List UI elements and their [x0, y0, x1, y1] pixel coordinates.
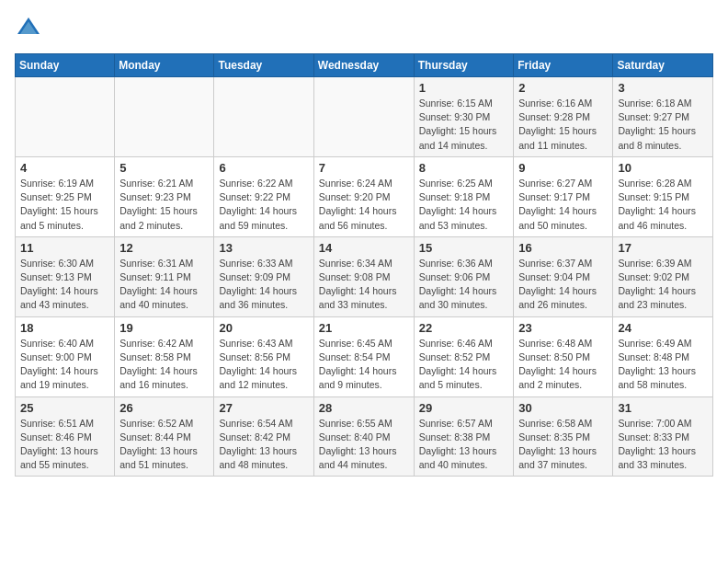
day-number: 20 — [219, 321, 308, 335]
day-info: Sunrise: 6:58 AM Sunset: 8:35 PM Dayligh… — [518, 417, 608, 473]
week-row-1: 1Sunrise: 6:15 AM Sunset: 9:30 PM Daylig… — [16, 77, 713, 157]
day-number: 30 — [518, 401, 608, 415]
day-info: Sunrise: 6:37 AM Sunset: 9:04 PM Dayligh… — [518, 257, 608, 313]
day-number: 25 — [20, 401, 109, 415]
day-info: Sunrise: 6:36 AM Sunset: 9:06 PM Dayligh… — [419, 257, 509, 313]
day-number: 1 — [419, 81, 509, 95]
day-info: Sunrise: 6:27 AM Sunset: 9:17 PM Dayligh… — [518, 177, 608, 233]
day-info: Sunrise: 6:54 AM Sunset: 8:42 PM Dayligh… — [219, 417, 308, 473]
calendar-cell: 17Sunrise: 6:39 AM Sunset: 9:02 PM Dayli… — [613, 236, 713, 316]
day-info: Sunrise: 7:00 AM Sunset: 8:33 PM Dayligh… — [618, 417, 708, 473]
day-info: Sunrise: 6:46 AM Sunset: 8:52 PM Dayligh… — [419, 337, 509, 393]
logo — [15, 15, 46, 42]
calendar-cell: 29Sunrise: 6:57 AM Sunset: 8:38 PM Dayli… — [414, 396, 514, 477]
day-number: 15 — [419, 241, 509, 255]
calendar-cell: 31Sunrise: 7:00 AM Sunset: 8:33 PM Dayli… — [613, 396, 713, 477]
day-info: Sunrise: 6:18 AM Sunset: 9:27 PM Dayligh… — [618, 97, 708, 153]
day-number: 2 — [518, 81, 608, 95]
calendar: SundayMondayTuesdayWednesdayThursdayFrid… — [15, 53, 713, 477]
header-sunday: Sunday — [16, 54, 115, 77]
day-number: 17 — [618, 241, 708, 255]
day-number: 12 — [119, 241, 209, 255]
calendar-cell: 24Sunrise: 6:49 AM Sunset: 8:48 PM Dayli… — [613, 316, 713, 396]
day-number: 24 — [618, 321, 708, 335]
logo-icon — [15, 15, 42, 42]
day-info: Sunrise: 6:42 AM Sunset: 8:58 PM Dayligh… — [119, 337, 209, 393]
day-info: Sunrise: 6:25 AM Sunset: 9:18 PM Dayligh… — [419, 177, 509, 233]
day-number: 8 — [419, 161, 509, 175]
header-tuesday: Tuesday — [214, 54, 313, 77]
calendar-body: 1Sunrise: 6:15 AM Sunset: 9:30 PM Daylig… — [16, 77, 713, 477]
day-info: Sunrise: 6:31 AM Sunset: 9:11 PM Dayligh… — [119, 257, 209, 313]
page-header — [15, 15, 713, 42]
calendar-cell: 2Sunrise: 6:16 AM Sunset: 9:28 PM Daylig… — [514, 77, 613, 157]
day-info: Sunrise: 6:40 AM Sunset: 9:00 PM Dayligh… — [20, 337, 109, 393]
calendar-cell: 7Sunrise: 6:24 AM Sunset: 9:20 PM Daylig… — [313, 156, 414, 236]
day-info: Sunrise: 6:21 AM Sunset: 9:23 PM Dayligh… — [119, 177, 209, 233]
calendar-cell: 15Sunrise: 6:36 AM Sunset: 9:06 PM Dayli… — [414, 236, 514, 316]
calendar-cell: 1Sunrise: 6:15 AM Sunset: 9:30 PM Daylig… — [414, 77, 514, 157]
day-number: 31 — [618, 401, 708, 415]
header-friday: Friday — [514, 54, 613, 77]
day-number: 11 — [20, 241, 109, 255]
day-info: Sunrise: 6:24 AM Sunset: 9:20 PM Dayligh… — [319, 177, 409, 233]
header-saturday: Saturday — [613, 54, 713, 77]
day-number: 29 — [419, 401, 509, 415]
day-number: 6 — [219, 161, 308, 175]
day-number: 22 — [419, 321, 509, 335]
day-info: Sunrise: 6:30 AM Sunset: 9:13 PM Dayligh… — [20, 257, 109, 313]
day-info: Sunrise: 6:34 AM Sunset: 9:08 PM Dayligh… — [319, 257, 409, 313]
day-info: Sunrise: 6:28 AM Sunset: 9:15 PM Dayligh… — [618, 177, 708, 233]
day-number: 13 — [219, 241, 308, 255]
day-info: Sunrise: 6:22 AM Sunset: 9:22 PM Dayligh… — [219, 177, 308, 233]
day-number: 10 — [618, 161, 708, 175]
day-info: Sunrise: 6:57 AM Sunset: 8:38 PM Dayligh… — [419, 417, 509, 473]
day-info: Sunrise: 6:55 AM Sunset: 8:40 PM Dayligh… — [319, 417, 409, 473]
calendar-cell: 12Sunrise: 6:31 AM Sunset: 9:11 PM Dayli… — [115, 236, 214, 316]
week-row-5: 25Sunrise: 6:51 AM Sunset: 8:46 PM Dayli… — [16, 396, 713, 477]
day-info: Sunrise: 6:16 AM Sunset: 9:28 PM Dayligh… — [518, 97, 608, 153]
day-number: 23 — [518, 321, 608, 335]
calendar-cell: 9Sunrise: 6:27 AM Sunset: 9:17 PM Daylig… — [514, 156, 613, 236]
calendar-cell — [16, 77, 115, 157]
day-number: 21 — [319, 321, 409, 335]
calendar-cell: 14Sunrise: 6:34 AM Sunset: 9:08 PM Dayli… — [313, 236, 414, 316]
calendar-cell: 18Sunrise: 6:40 AM Sunset: 9:00 PM Dayli… — [16, 316, 115, 396]
day-info: Sunrise: 6:51 AM Sunset: 8:46 PM Dayligh… — [20, 417, 109, 473]
calendar-cell: 23Sunrise: 6:48 AM Sunset: 8:50 PM Dayli… — [514, 316, 613, 396]
day-number: 4 — [20, 161, 109, 175]
day-number: 7 — [319, 161, 409, 175]
day-number: 16 — [518, 241, 608, 255]
calendar-cell: 3Sunrise: 6:18 AM Sunset: 9:27 PM Daylig… — [613, 77, 713, 157]
day-number: 3 — [618, 81, 708, 95]
calendar-cell: 8Sunrise: 6:25 AM Sunset: 9:18 PM Daylig… — [414, 156, 514, 236]
day-info: Sunrise: 6:48 AM Sunset: 8:50 PM Dayligh… — [518, 337, 608, 393]
calendar-cell — [115, 77, 214, 157]
day-info: Sunrise: 6:33 AM Sunset: 9:09 PM Dayligh… — [219, 257, 308, 313]
calendar-cell: 16Sunrise: 6:37 AM Sunset: 9:04 PM Dayli… — [514, 236, 613, 316]
day-info: Sunrise: 6:49 AM Sunset: 8:48 PM Dayligh… — [618, 337, 708, 393]
day-number: 28 — [319, 401, 409, 415]
day-info: Sunrise: 6:45 AM Sunset: 8:54 PM Dayligh… — [319, 337, 409, 393]
calendar-cell: 30Sunrise: 6:58 AM Sunset: 8:35 PM Dayli… — [514, 396, 613, 477]
calendar-cell: 19Sunrise: 6:42 AM Sunset: 8:58 PM Dayli… — [115, 316, 214, 396]
calendar-cell: 25Sunrise: 6:51 AM Sunset: 8:46 PM Dayli… — [16, 396, 115, 477]
header-wednesday: Wednesday — [313, 54, 414, 77]
calendar-cell: 21Sunrise: 6:45 AM Sunset: 8:54 PM Dayli… — [313, 316, 414, 396]
day-number: 14 — [319, 241, 409, 255]
day-number: 27 — [219, 401, 308, 415]
week-row-2: 4Sunrise: 6:19 AM Sunset: 9:25 PM Daylig… — [16, 156, 713, 236]
header-monday: Monday — [115, 54, 214, 77]
day-info: Sunrise: 6:39 AM Sunset: 9:02 PM Dayligh… — [618, 257, 708, 313]
calendar-cell: 11Sunrise: 6:30 AM Sunset: 9:13 PM Dayli… — [16, 236, 115, 316]
calendar-cell: 5Sunrise: 6:21 AM Sunset: 9:23 PM Daylig… — [115, 156, 214, 236]
day-number: 18 — [20, 321, 109, 335]
header-thursday: Thursday — [414, 54, 514, 77]
day-number: 26 — [119, 401, 209, 415]
day-number: 5 — [119, 161, 209, 175]
day-info: Sunrise: 6:15 AM Sunset: 9:30 PM Dayligh… — [419, 97, 509, 153]
calendar-cell: 10Sunrise: 6:28 AM Sunset: 9:15 PM Dayli… — [613, 156, 713, 236]
calendar-cell: 4Sunrise: 6:19 AM Sunset: 9:25 PM Daylig… — [16, 156, 115, 236]
calendar-cell: 6Sunrise: 6:22 AM Sunset: 9:22 PM Daylig… — [214, 156, 313, 236]
day-info: Sunrise: 6:19 AM Sunset: 9:25 PM Dayligh… — [20, 177, 109, 233]
